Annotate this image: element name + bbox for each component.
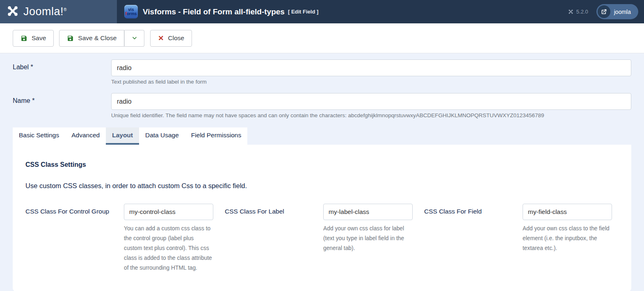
registered-mark: ® <box>64 7 67 12</box>
tab-basic-settings[interactable]: Basic Settings <box>13 127 65 145</box>
css-label-help: Add your own css class for label (text y… <box>323 224 413 253</box>
joomla-logo-icon <box>6 4 20 20</box>
css-field-input[interactable] <box>523 204 612 220</box>
visforms-icon-text-bottom: forms <box>126 12 137 16</box>
save-button[interactable]: Save <box>13 30 54 47</box>
toolbar: Save Save & Close ✕ Close <box>0 23 644 53</box>
header-titlebar: vis forms Visforms - Field of Form all-f… <box>117 0 644 23</box>
user-menu-label: joomla <box>614 9 631 15</box>
label-help-text: Text published as field label in the for… <box>111 79 631 85</box>
save-icon <box>21 35 27 42</box>
label-field-label: Label * <box>13 64 33 70</box>
label-input[interactable] <box>111 59 631 76</box>
name-help-text: Unique field identifier. The field name … <box>111 112 631 118</box>
save-close-button-group: Save & Close <box>59 30 144 47</box>
close-button-label: Close <box>168 34 185 42</box>
css-class-controls: CSS Class For Control Group You can add … <box>25 204 619 273</box>
external-link-icon <box>598 5 610 18</box>
chevron-down-icon <box>131 35 138 41</box>
control-group-css-label: CSS Class For Label Add your own css cla… <box>225 204 419 273</box>
close-icon: ✕ <box>158 35 164 42</box>
save-icon <box>67 35 74 42</box>
save-options-dropdown-toggle[interactable] <box>124 30 144 47</box>
app-header: Joomla!® vis forms Visforms - Field of F… <box>0 0 644 23</box>
joomla-logo-area: Joomla!® <box>0 0 117 23</box>
section-title: CSS Class Settings <box>25 161 619 168</box>
save-close-button-label: Save & Close <box>78 34 116 42</box>
joomla-version: 5.2.0 <box>568 9 588 15</box>
control-group-css-field: CSS Class For Field Add your own css cla… <box>424 204 619 273</box>
css-control-group-input[interactable] <box>124 204 213 220</box>
joomla-wordmark: Joomla!® <box>23 5 67 18</box>
page-subtitle: [ Edit Field ] <box>288 9 318 15</box>
tab-advanced[interactable]: Advanced <box>65 127 106 145</box>
section-description: Use custom CSS classes, in order to atta… <box>25 182 619 190</box>
name-input[interactable] <box>111 93 631 110</box>
version-number: 5.2.0 <box>576 9 588 15</box>
layout-tab-panel: CSS Class Settings Use custom CSS classe… <box>13 145 631 291</box>
visforms-icon: vis forms <box>124 5 138 18</box>
tab-data-usage[interactable]: Data Usage <box>139 127 185 145</box>
tab-field-permissions[interactable]: Field Permissions <box>185 127 247 145</box>
joomla-version-icon <box>568 9 574 15</box>
label-field-row: Label * Text published as field label in… <box>13 59 631 85</box>
css-control-group-help: You can add a custom css class to the co… <box>124 224 213 273</box>
name-field-label: Name * <box>13 97 34 104</box>
control-group-css-class: CSS Class For Control Group You can add … <box>25 204 220 273</box>
page-title: Visforms - Field of Form all-field-types <box>143 7 285 16</box>
save-close-button[interactable]: Save & Close <box>59 30 124 47</box>
css-label-label: CSS Class For Label <box>225 204 323 273</box>
settings-tabs: Basic Settings Advanced Layout Data Usag… <box>13 127 631 145</box>
name-field-row: Name * Unique field identifier. The fiel… <box>13 93 631 118</box>
edit-field-form: Label * Text published as field label in… <box>0 53 644 291</box>
save-button-label: Save <box>32 34 46 42</box>
css-control-group-label: CSS Class For Control Group <box>25 204 124 273</box>
css-label-input[interactable] <box>323 204 413 220</box>
tab-layout[interactable]: Layout <box>106 127 139 145</box>
close-button[interactable]: ✕ Close <box>150 30 192 47</box>
user-menu-button[interactable]: joomla <box>596 4 638 19</box>
css-field-label: CSS Class For Field <box>424 204 523 273</box>
css-field-help: Add your own css class to the field elem… <box>523 224 612 253</box>
